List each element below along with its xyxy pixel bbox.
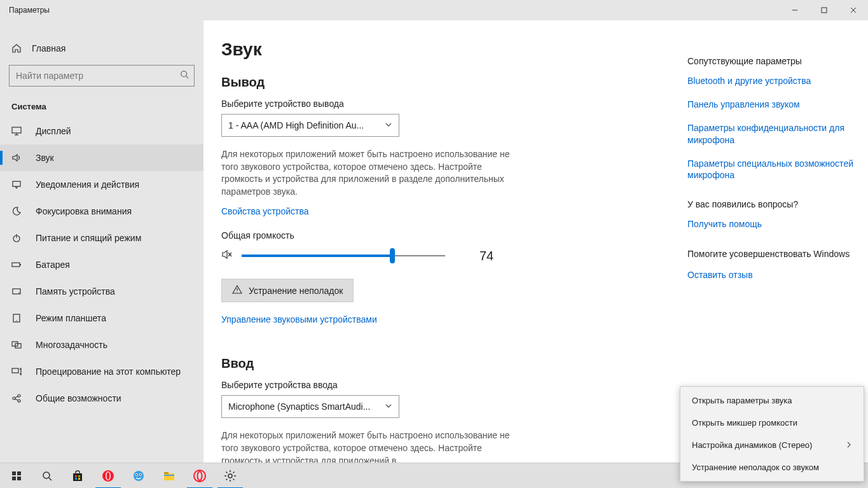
svg-rect-12 (12, 263, 20, 267)
search-input[interactable] (10, 66, 194, 86)
svg-rect-38 (78, 475, 80, 477)
volume-label: Общая громкость (221, 230, 658, 241)
taskbar-opera-icon[interactable] (93, 463, 123, 489)
sidebar-item-project[interactable]: Проецирование на этот компьютер (0, 358, 203, 385)
sidebar-item-notify[interactable]: Уведомления и действия (0, 171, 203, 198)
output-description: Для некоторых приложений может быть наст… (221, 148, 514, 198)
feedback-link[interactable]: Оставить отзыв (687, 269, 855, 281)
svg-point-44 (134, 471, 144, 481)
input-description: Для некоторых приложений может быть наст… (221, 429, 514, 463)
sidebar-item-label: Дисплей (36, 126, 71, 136)
sidebar-home-label: Главная (32, 43, 65, 53)
context-menu-item[interactable]: Устранение неполадок со звуком (680, 456, 864, 478)
sidebar-item-battery[interactable]: Батарея (0, 251, 203, 278)
search-box[interactable] (9, 65, 195, 87)
start-button[interactable] (1, 463, 32, 489)
input-device-value: Microphone (Synaptics SmartAudi... (228, 401, 370, 412)
minimize-button[interactable] (780, 0, 809, 20)
svg-point-23 (18, 400, 20, 402)
search-icon (180, 70, 189, 81)
sidebar-item-sound[interactable]: Звук (0, 144, 203, 171)
related-link[interactable]: Панель управления звуком (687, 99, 855, 111)
input-device-label: Выберите устройства ввода (221, 380, 658, 390)
svg-rect-1 (822, 8, 827, 13)
svg-rect-20 (12, 368, 18, 373)
sidebar-item-label: Проецирование на этот компьютер (36, 366, 181, 377)
svg-rect-50 (164, 472, 169, 474)
input-device-dropdown[interactable]: Microphone (Synaptics SmartAudi... (221, 395, 399, 418)
troubleshoot-label: Устранение неполадок (249, 286, 343, 296)
svg-point-48 (140, 474, 141, 475)
close-button[interactable] (839, 0, 868, 20)
svg-rect-13 (20, 264, 21, 265)
sidebar-item-focus[interactable]: Фокусировка внимания (0, 198, 203, 225)
manage-devices-link[interactable]: Управление звуковыми устройствами (221, 314, 377, 324)
sidebar-home[interactable]: Главная (0, 38, 203, 59)
troubleshoot-button[interactable]: Устранение неполадок (221, 279, 354, 302)
improve-heading: Помогите усовершенствовать Windows (687, 248, 855, 260)
context-menu-item[interactable]: Настройка динамиков (Стерео) (680, 434, 864, 456)
tablet-icon (11, 313, 22, 323)
output-device-value: 1 - AAA (AMD High Definition Au... (228, 120, 364, 130)
taskbar-store-icon[interactable] (62, 463, 93, 489)
svg-point-21 (13, 397, 15, 400)
svg-point-53 (198, 471, 202, 480)
taskbar-explorer-icon[interactable] (154, 463, 184, 489)
svg-rect-37 (75, 475, 77, 477)
questions-heading: У вас появились вопросы? (687, 199, 855, 209)
maximize-button[interactable] (809, 0, 839, 20)
volume-mute-icon[interactable] (221, 249, 233, 263)
project-icon (11, 366, 22, 377)
svg-rect-32 (12, 477, 16, 480)
device-properties-link[interactable]: Свойства устройства (221, 206, 309, 216)
sidebar-item-storage[interactable]: Память устройства (0, 278, 203, 305)
svg-rect-30 (12, 471, 16, 475)
home-icon (11, 43, 22, 53)
sidebar-item-label: Фокусировка внимания (36, 206, 132, 216)
output-device-dropdown[interactable]: 1 - AAA (AMD High Definition Au... (221, 114, 399, 137)
related-link[interactable]: Параметры специальных возможностей микро… (687, 158, 855, 182)
taskbar-search-icon[interactable] (32, 463, 62, 489)
svg-point-34 (43, 472, 50, 478)
related-link[interactable]: Bluetooth и другие устройства (687, 75, 855, 87)
sidebar-item-label: Многозадачность (36, 340, 107, 350)
chevron-down-icon (385, 120, 392, 130)
sidebar-item-tablet[interactable]: Режим планшета (0, 305, 203, 331)
sidebar-item-shared[interactable]: Общие возможности (0, 385, 203, 412)
svg-rect-33 (17, 477, 21, 480)
svg-point-47 (136, 474, 137, 475)
help-link[interactable]: Получить помощь (687, 218, 855, 230)
context-menu-item[interactable]: Открыть параметры звука (680, 389, 864, 412)
focus-icon (11, 206, 22, 216)
sidebar-item-label: Питание и спящий режим (36, 233, 141, 243)
sidebar-item-label: Батарея (36, 260, 70, 270)
svg-line-60 (233, 478, 235, 480)
taskbar-opera2-icon[interactable] (184, 463, 215, 489)
warning-icon (232, 284, 242, 296)
notify-icon (11, 179, 22, 190)
sidebar-item-label: Память устройства (36, 286, 115, 296)
sidebar-item-label: Уведомления и действия (36, 179, 139, 190)
sidebar-item-power[interactable]: Питание и спящий режим (0, 225, 203, 251)
related-link[interactable]: Параметры конфиденциальности для микрофо… (687, 122, 855, 146)
context-menu-item[interactable]: Открыть микшер громкости (680, 412, 864, 434)
storage-icon (11, 286, 22, 296)
taskbar-app-icon[interactable] (123, 463, 154, 489)
context-menu-label: Открыть микшер громкости (692, 418, 797, 428)
svg-line-35 (49, 478, 52, 480)
page-title: Звук (221, 39, 658, 60)
svg-point-17 (16, 320, 17, 321)
volume-slider[interactable] (242, 248, 445, 263)
chevron-down-icon (385, 401, 392, 412)
svg-rect-36 (73, 473, 82, 481)
sidebar-item-multitask[interactable]: Многозадачность (0, 331, 203, 358)
related-heading: Сопутствующие параметры (687, 56, 855, 66)
multitask-icon (11, 340, 22, 350)
sidebar-item-display[interactable]: Дисплей (0, 118, 203, 144)
svg-rect-49 (164, 473, 174, 480)
svg-rect-14 (13, 289, 20, 294)
shared-icon (11, 393, 22, 403)
svg-point-22 (18, 394, 20, 397)
taskbar-settings-icon[interactable] (215, 463, 245, 489)
svg-point-15 (18, 292, 20, 293)
